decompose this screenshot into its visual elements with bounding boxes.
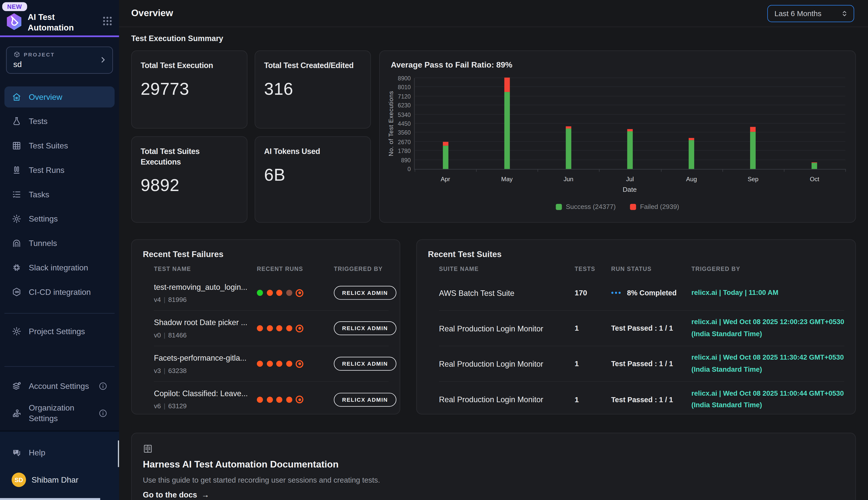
y-tick-label: 1780 [398,147,411,154]
bar-jul [627,129,633,169]
sidebar-item-organization-settings[interactable]: Organization Settings [4,400,115,427]
run-status-dot-icon[interactable] [276,325,282,331]
run-status-dot-icon[interactable] [276,396,282,402]
run-status-dot-icon[interactable] [257,396,263,402]
test-name-cell[interactable]: Shadow root Date picker ...v0|81466 [154,318,257,339]
test-meta: v6|63129 [154,402,257,410]
test-name-cell[interactable]: test-removing_auto_login...v4|81996 [154,282,257,304]
run-status-dot-icon[interactable] [276,290,282,296]
go-to-docs-link[interactable]: Go to the docs→ [143,490,209,499]
sidebar-item-tasks[interactable]: Tasks [4,184,115,205]
run-status-dot-icon[interactable] [267,325,273,331]
sidebar-item-overview[interactable]: Overview [4,86,115,107]
sidebar-item-project-settings[interactable]: Project Settings [4,320,115,342]
gridline [415,87,845,87]
meta-separator: | [161,366,168,374]
sidebar-item-slack-integration[interactable]: Slack integration [4,257,115,278]
sidebar-item-tests[interactable]: Tests [4,111,115,132]
suite-run-status: Test Passed : 1 / 1 [611,324,691,332]
y-tick-label: 3560 [398,129,411,136]
slack-icon [12,262,22,272]
suite-name[interactable]: Real Production Login Monitor [439,324,575,333]
sidebar-item-ci-cd-integration[interactable]: CI-CD integration [4,281,115,303]
x-tick-label: Apr [441,176,450,182]
cicd-icon [12,287,22,297]
info-icon[interactable] [98,409,107,417]
run-status-ring-icon[interactable] [296,324,303,332]
triggered-by-button[interactable]: RELICX ADMIN [334,393,396,407]
run-status-dot-icon[interactable] [267,361,273,367]
sidebar-item-test-runs[interactable]: Test Runs [4,159,115,180]
new-badge: NEW [2,2,27,11]
run-status-dot-icon[interactable] [257,290,263,296]
run-status-dot-icon[interactable] [286,290,292,296]
suite-name[interactable]: Real Production Login Monitor [439,359,575,368]
sidebar-item-help[interactable]: ?Help [4,442,115,463]
run-status-ring-icon[interactable] [296,396,303,404]
sidebar-nav-account: Account SettingsOrganization Settings [0,375,119,430]
suite-name[interactable]: Real Production Login Monitor [439,395,575,404]
suite-tests: 1 [575,324,611,332]
suite-triggered-by[interactable]: relicx.ai | Today | 11:00 AM [691,287,844,299]
horizontal-scrollbar[interactable] [0,498,100,500]
flask-icon [12,116,22,126]
run-status-dot-icon[interactable] [286,396,292,402]
column-header: TESTS [575,265,611,272]
recent-runs-cell [257,360,334,368]
gear-icon [12,214,22,224]
run-status-dot-icon[interactable] [276,361,282,367]
sidebar-item-settings[interactable]: Settings [4,208,115,229]
triggered-by-button[interactable]: RELICX ADMIN [334,321,396,335]
user-row[interactable]: SD Shibam Dhar [4,466,115,487]
vertical-scrollbar[interactable] [118,441,119,467]
run-status-dot-icon[interactable] [257,325,263,331]
suite-tests: 170 [575,288,611,297]
run-status-dot-icon[interactable] [267,396,273,402]
legend-label: Success (24377) [566,203,616,211]
bar-may [504,78,510,169]
run-status-ring-icon[interactable] [296,289,303,297]
column-header: RUN STATUS [611,265,691,272]
sidebar-item-label: Help [29,448,45,457]
test-name-cell[interactable]: Copilot: Classified: Leave...v6|63129 [154,389,257,410]
column-header: TRIGGERED BY [691,265,844,272]
bar-sep [750,127,756,169]
sidebar-item-tunnels[interactable]: Tunnels [4,232,115,253]
triggered-by-cell: RELICX ADMIN [334,286,396,300]
legend-swatch [630,204,636,210]
bar-failed-segment [750,127,756,132]
chart-plot: 0890178026703560445053406230712080108900… [414,78,845,170]
project-selector[interactable]: PROJECT sd [6,46,113,73]
info-icon[interactable] [98,382,107,390]
legend-item: Success (24377) [556,203,616,211]
run-status-ring-icon[interactable] [296,360,303,368]
sidebar-item-label: CI-CD integration [29,287,91,296]
grid-icon [12,140,22,150]
column-header: TRIGGERED BY [334,265,389,272]
test-name-cell[interactable]: Facets-performance-gitla...v3|63238 [154,353,257,374]
run-status-dot-icon[interactable] [286,361,292,367]
suite-triggered-by[interactable]: relicx.ai | Wed Oct 08 2025 11:30:42 GMT… [691,352,844,375]
stat-card-total-test-execution: Total Test Execution29773 [131,50,247,128]
apps-grid-icon[interactable] [103,16,113,28]
suite-triggered-by[interactable]: relicx.ai | Wed Oct 08 2025 11:00:44 GMT… [691,388,844,411]
chart-y-axis-label: No. of Test Executions [388,78,394,170]
period-select[interactable]: Last 6 Months [767,5,854,22]
bar-failed-segment [504,78,510,92]
y-tick-label: 0 [408,166,411,172]
suites-table: SUITE NAMETESTSRUN STATUSTRIGGERED BYAWS… [439,262,844,414]
suite-name[interactable]: AWS Batch Test Suite [439,288,575,297]
triggered-by-button[interactable]: RELICX ADMIN [334,357,396,371]
run-status-dot-icon[interactable] [257,361,263,367]
x-axis-tick [845,169,846,172]
sidebar-item-label: Test Suites [29,141,68,150]
sidebar-item-test-suites[interactable]: Test Suites [4,135,115,156]
app-title: AI Test Automation [28,12,85,33]
y-tick-label: 8900 [398,75,411,81]
triggered-by-button[interactable]: RELICX ADMIN [334,286,396,300]
run-status-dot-icon[interactable] [267,290,273,296]
test-meta: v3|63238 [154,366,257,374]
run-status-dot-icon[interactable] [286,325,292,331]
suite-triggered-by[interactable]: relicx.ai | Wed Oct 08 2025 12:00:23 GMT… [691,317,844,340]
sidebar-item-account-settings[interactable]: Account Settings [4,375,115,396]
